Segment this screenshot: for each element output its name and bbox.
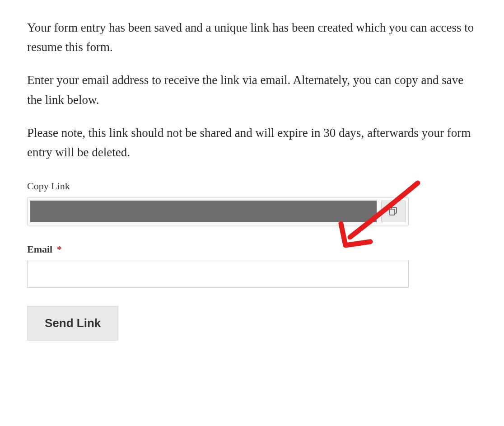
copy-link-container — [27, 197, 409, 225]
intro-paragraph-1: Your form entry has been saved and a uni… — [27, 18, 477, 57]
copy-link-label: Copy Link — [27, 180, 477, 192]
required-asterisk: * — [57, 243, 62, 255]
email-label: Email * — [27, 243, 477, 255]
intro-paragraph-3: Please note, this link should not be sha… — [27, 123, 477, 162]
copy-button[interactable] — [381, 201, 406, 222]
intro-paragraph-2: Enter your email address to receive the … — [27, 70, 477, 109]
copy-link-field: Copy Link — [27, 180, 477, 225]
svg-rect-1 — [390, 209, 395, 215]
email-label-text: Email — [27, 243, 52, 255]
copy-icon — [388, 206, 399, 218]
email-field-group: Email * — [27, 243, 477, 288]
email-input[interactable] — [27, 261, 409, 288]
send-link-button[interactable]: Send Link — [27, 306, 118, 341]
copy-link-value-redacted[interactable] — [30, 201, 377, 222]
